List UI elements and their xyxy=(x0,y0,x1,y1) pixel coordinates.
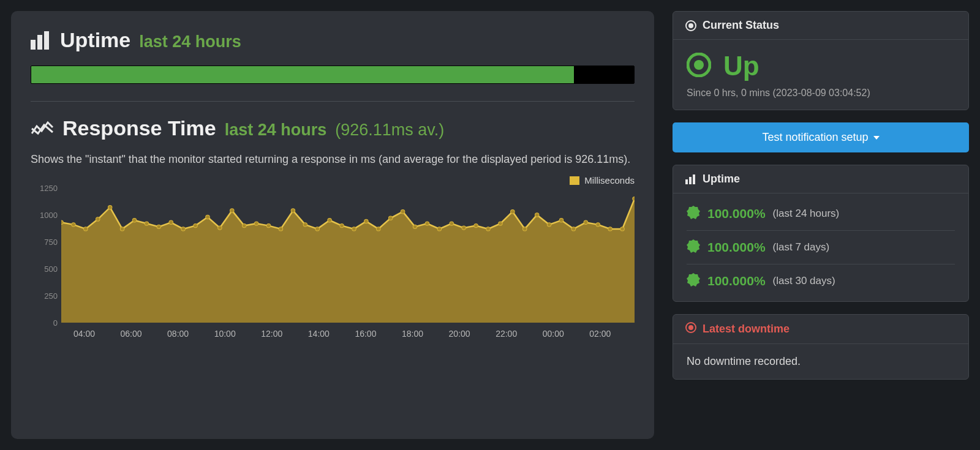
y-tick: 500 xyxy=(31,264,58,274)
svg-point-43 xyxy=(547,223,551,227)
svg-point-25 xyxy=(328,219,332,222)
svg-point-50 xyxy=(633,197,635,200)
uptime-subtitle: last 24 hours xyxy=(139,32,241,51)
svg-rect-55 xyxy=(685,179,688,184)
uptime-stats-title: Uptime xyxy=(703,173,740,186)
line-chart-icon xyxy=(31,120,54,137)
bars-icon xyxy=(31,31,51,50)
svg-point-24 xyxy=(315,227,320,231)
uptime-range: (last 24 hours) xyxy=(773,208,840,220)
test-notification-label: Test notification setup xyxy=(762,131,868,144)
svg-point-31 xyxy=(401,210,405,214)
x-tick: 14:00 xyxy=(308,329,330,339)
svg-rect-56 xyxy=(689,177,692,184)
response-avg: (926.11ms av.) xyxy=(335,121,444,140)
chart-y-axis: 025050075010001250 xyxy=(31,188,58,323)
svg-point-33 xyxy=(425,222,429,225)
svg-point-9 xyxy=(132,219,137,222)
svg-point-6 xyxy=(96,217,100,221)
alert-icon xyxy=(685,322,696,336)
svg-point-19 xyxy=(254,222,258,225)
bars-icon xyxy=(685,174,696,184)
uptime-bar-fill xyxy=(31,66,574,83)
status-up-icon xyxy=(687,53,711,80)
svg-marker-60 xyxy=(687,273,700,287)
svg-point-14 xyxy=(194,223,198,227)
uptime-stat-row: 100.000%(last 24 hours) xyxy=(687,197,955,230)
svg-point-23 xyxy=(303,223,307,227)
svg-point-20 xyxy=(266,223,271,227)
svg-point-42 xyxy=(535,213,539,217)
svg-point-22 xyxy=(291,209,295,212)
y-tick: 1250 xyxy=(31,184,58,193)
svg-point-62 xyxy=(688,325,693,330)
x-tick: 18:00 xyxy=(402,329,423,339)
chevron-down-icon xyxy=(873,136,880,140)
svg-marker-59 xyxy=(687,239,700,253)
svg-rect-1 xyxy=(37,35,42,50)
x-tick: 22:00 xyxy=(496,329,517,339)
downtime-body: No downtime recorded. xyxy=(673,344,968,379)
svg-rect-0 xyxy=(31,40,36,50)
legend-label: Milliseconds xyxy=(584,175,635,186)
x-tick: 00:00 xyxy=(543,329,564,339)
uptime-stat-row: 100.000%(last 7 days) xyxy=(687,230,955,264)
svg-point-7 xyxy=(108,205,112,209)
y-tick: 0 xyxy=(31,318,58,328)
svg-point-44 xyxy=(559,219,564,222)
svg-rect-2 xyxy=(44,31,49,50)
svg-point-29 xyxy=(377,227,381,231)
current-status-title: Current Status xyxy=(703,19,779,32)
y-tick: 250 xyxy=(31,291,58,301)
svg-point-4 xyxy=(72,223,76,227)
status-up-label: Up xyxy=(723,51,760,81)
badge-icon xyxy=(687,273,700,289)
response-title: Response Time xyxy=(62,116,216,140)
y-tick: 750 xyxy=(31,238,58,247)
svg-point-38 xyxy=(486,227,491,231)
downtime-header: Latest downtime xyxy=(673,315,968,344)
test-notification-button[interactable]: Test notification setup xyxy=(673,122,969,152)
svg-point-36 xyxy=(462,226,466,230)
x-tick: 04:00 xyxy=(74,329,95,339)
svg-point-18 xyxy=(242,223,246,227)
status-since: Since 0 hrs, 0 mins (2023-08-09 03:04:52… xyxy=(687,88,955,99)
uptime-pct: 100.000% xyxy=(707,206,766,221)
uptime-range: (last 7 days) xyxy=(773,241,830,253)
svg-point-26 xyxy=(340,223,344,227)
main-panel: Uptime last 24 hours Response Time last … xyxy=(11,11,654,439)
uptime-stats-list: 100.000%(last 24 hours)100.000%(last 7 d… xyxy=(687,197,955,298)
svg-point-11 xyxy=(157,225,161,228)
current-status-panel: Current Status Up Since 0 hrs, 0 mins (2… xyxy=(673,11,969,110)
svg-point-13 xyxy=(181,227,186,231)
svg-point-37 xyxy=(474,223,478,227)
downtime-panel: Latest downtime No downtime recorded. xyxy=(673,314,969,380)
current-status-header: Current Status xyxy=(673,12,968,40)
legend-swatch xyxy=(570,176,579,185)
uptime-range: (last 30 days) xyxy=(773,275,835,287)
svg-point-21 xyxy=(279,227,283,231)
svg-point-30 xyxy=(388,216,393,220)
downtime-title: Latest downtime xyxy=(703,323,790,336)
x-tick: 20:00 xyxy=(449,329,470,339)
uptime-stat-row: 100.000%(last 30 days) xyxy=(687,264,955,298)
y-tick: 1000 xyxy=(31,211,58,220)
x-tick: 06:00 xyxy=(120,329,141,339)
uptime-pct: 100.000% xyxy=(707,274,766,288)
response-title-row: Response Time last 24 hours (926.11ms av… xyxy=(31,116,635,140)
svg-point-54 xyxy=(694,60,704,70)
svg-point-39 xyxy=(499,222,503,225)
svg-point-3 xyxy=(61,220,63,224)
svg-point-28 xyxy=(364,219,369,223)
chart-x-axis: 04:0006:0008:0010:0012:0014:0016:0018:00… xyxy=(61,325,635,341)
uptime-pct: 100.000% xyxy=(707,240,766,255)
svg-marker-58 xyxy=(687,206,700,219)
uptime-title-row: Uptime last 24 hours xyxy=(31,28,635,52)
svg-point-15 xyxy=(206,215,210,219)
svg-point-8 xyxy=(120,227,124,231)
x-tick: 02:00 xyxy=(589,329,611,339)
response-subtitle: last 24 hours xyxy=(225,121,327,140)
side-column: Current Status Up Since 0 hrs, 0 mins (2… xyxy=(673,11,969,439)
svg-point-17 xyxy=(230,209,235,212)
uptime-stats-header: Uptime xyxy=(673,165,968,193)
